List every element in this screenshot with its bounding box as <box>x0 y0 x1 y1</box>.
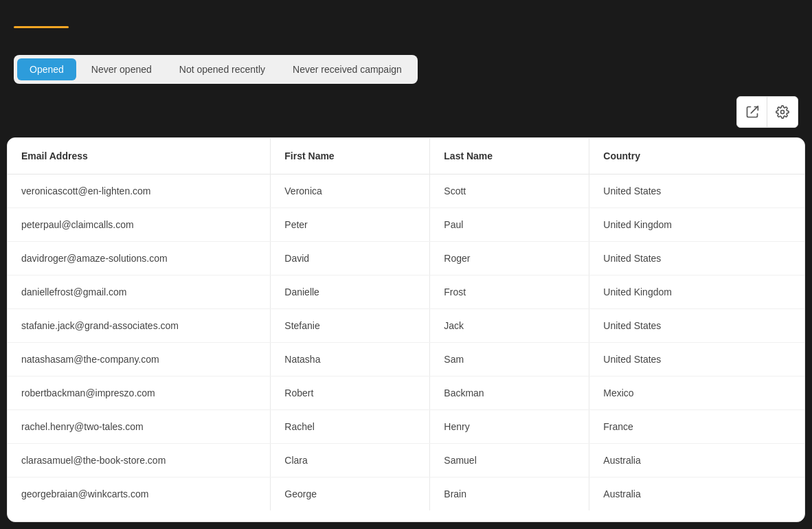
cell-first_name-0: Veronica <box>271 175 430 208</box>
cell-country-9: Australia <box>589 477 804 511</box>
cell-email-5: natashasam@the-company.com <box>8 343 271 376</box>
tab-opened[interactable]: Opened <box>17 58 76 80</box>
cell-first_name-9: George <box>271 477 430 511</box>
cell-last_name-0: Scott <box>430 175 589 208</box>
cell-last_name-1: Paul <box>430 208 589 242</box>
table-row: daniellefrost@gmail.comDanielleFrostUnit… <box>8 275 804 309</box>
cell-last_name-6: Backman <box>430 376 589 410</box>
table-row: georgebraian@winkcarts.comGeorgeBrainAus… <box>8 477 804 511</box>
cell-last_name-2: Roger <box>430 242 589 275</box>
cell-country-3: United Kingdom <box>589 275 804 309</box>
cell-last_name-5: Sam <box>430 343 589 376</box>
cell-email-6: robertbackman@impreszo.com <box>8 376 271 410</box>
cell-last_name-7: Henry <box>430 410 589 444</box>
cell-country-7: France <box>589 410 804 444</box>
cell-first_name-5: Natasha <box>271 343 430 376</box>
table-row: clarasamuel@the-book-store.comClaraSamue… <box>8 444 804 477</box>
table-row: davidroger@amaze-solutions.comDavidRoger… <box>8 242 804 275</box>
table-row: robertbackman@impreszo.comRobertBackmanM… <box>8 376 804 410</box>
settings-button[interactable] <box>767 97 798 127</box>
col-header-country: Country <box>589 138 804 175</box>
cell-country-6: Mexico <box>589 376 804 410</box>
cell-first_name-2: David <box>271 242 430 275</box>
data-table-wrapper: Email Address First Name Last Name Count… <box>7 137 805 522</box>
export-icon <box>745 105 759 119</box>
table-row: peterpaul@claimcalls.comPeterPaulUnited … <box>8 208 804 242</box>
export-button[interactable] <box>737 97 767 127</box>
cell-country-1: United Kingdom <box>589 208 804 242</box>
cell-email-2: davidroger@amaze-solutions.com <box>8 242 271 275</box>
tabs-container: Opened Never opened Not opened recently … <box>14 55 418 84</box>
cell-country-5: United States <box>589 343 804 376</box>
col-header-first-name: First Name <box>271 138 430 175</box>
cell-country-8: Australia <box>589 444 804 477</box>
table-row: natashasam@the-company.comNatashaSamUnit… <box>8 343 804 376</box>
cell-country-4: United States <box>589 309 804 343</box>
accent-line <box>14 26 69 28</box>
col-header-email: Email Address <box>8 138 271 175</box>
action-buttons <box>736 96 798 128</box>
contacts-table: Email Address First Name Last Name Count… <box>8 138 804 510</box>
cell-country-2: United States <box>589 242 804 275</box>
table-row: stafanie.jack@grand-associates.comStefan… <box>8 309 804 343</box>
cell-first_name-3: Danielle <box>271 275 430 309</box>
cell-country-0: United States <box>589 175 804 208</box>
col-header-last-name: Last Name <box>430 138 589 175</box>
tab-not-opened-recently[interactable]: Not opened recently <box>167 58 278 80</box>
cell-last_name-4: Jack <box>430 309 589 343</box>
gear-icon <box>776 105 789 119</box>
svg-point-1 <box>781 111 785 114</box>
cell-first_name-7: Rachel <box>271 410 430 444</box>
cell-first_name-1: Peter <box>271 208 430 242</box>
table-row: veronicascott@en-lighten.comVeronicaScot… <box>8 175 804 208</box>
cell-email-4: stafanie.jack@grand-associates.com <box>8 309 271 343</box>
tab-never-received-campaign[interactable]: Never received campaign <box>280 58 414 80</box>
cell-email-9: georgebraian@winkcarts.com <box>8 477 271 511</box>
cell-email-3: daniellefrost@gmail.com <box>8 275 271 309</box>
cell-email-1: peterpaul@claimcalls.com <box>8 208 271 242</box>
table-header-row: Email Address First Name Last Name Count… <box>8 138 804 175</box>
table-row: rachel.henry@two-tales.comRachelHenryFra… <box>8 410 804 444</box>
cell-last_name-9: Brain <box>430 477 589 511</box>
cell-first_name-4: Stefanie <box>271 309 430 343</box>
tab-never-opened[interactable]: Never opened <box>79 58 164 80</box>
cell-email-8: clarasamuel@the-book-store.com <box>8 444 271 477</box>
cell-last_name-8: Samuel <box>430 444 589 477</box>
cell-first_name-6: Robert <box>271 376 430 410</box>
cell-first_name-8: Clara <box>271 444 430 477</box>
cell-email-0: veronicascott@en-lighten.com <box>8 175 271 208</box>
cell-email-7: rachel.henry@two-tales.com <box>8 410 271 444</box>
cell-last_name-3: Frost <box>430 275 589 309</box>
